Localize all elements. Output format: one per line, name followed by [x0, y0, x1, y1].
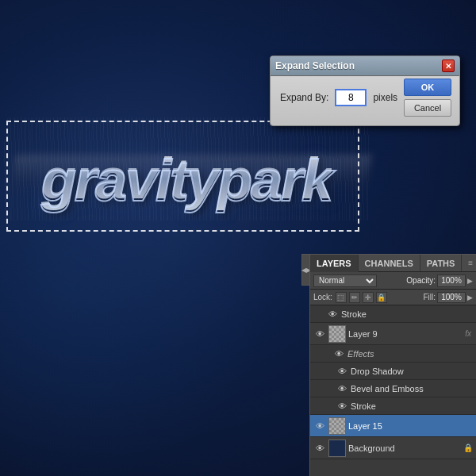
layer-item-stroke-sub[interactable]: 👁 Stroke: [310, 397, 476, 415]
tab-channels[interactable]: CHANNELS: [359, 255, 420, 271]
lock-all-btn[interactable]: 🔒: [376, 292, 387, 303]
layer-item-layer9[interactable]: 👁 Layer 9 fx: [310, 323, 476, 345]
main-canvas: gravitypark gravitypark ◀▶ LAYERS CHANNE…: [0, 0, 476, 476]
lock-pixels-btn[interactable]: ✏: [349, 292, 360, 303]
layer-name-background: Background: [348, 443, 461, 453]
layer-name-stroke-sub: Stroke: [351, 401, 473, 411]
layer-name-drop-shadow: Drop Shadow: [351, 367, 473, 376]
dialog-buttons: OK Cancel: [404, 79, 451, 117]
opacity-input[interactable]: [437, 274, 466, 287]
lock-bar: Lock: ⬚ ✏ ✛ 🔒 Fill: ▶: [310, 290, 476, 305]
blend-mode-select[interactable]: Normal: [313, 274, 377, 287]
layer-item-effects[interactable]: 👁 Effects: [310, 345, 476, 363]
expand-by-label: Expand By:: [280, 92, 328, 103]
layer-item-background[interactable]: 👁 Background 🔒: [310, 437, 476, 459]
blend-opacity-bar: Normal Opacity: ▶: [310, 272, 476, 290]
opacity-arrow[interactable]: ▶: [467, 277, 473, 285]
expand-selection-dialog[interactable]: Expand Selection ✕ Expand By: pixels OK …: [270, 56, 460, 126]
panels-area: LAYERS CHANNELS PATHS ≡ Normal Opacity: …: [309, 254, 476, 476]
dialog-close-button[interactable]: ✕: [442, 60, 455, 72]
logo-outline: gravitypark: [0, 115, 373, 246]
layers-list: 👁 Stroke 👁 Layer 9 fx 👁 Effects 👁 Drop S…: [310, 305, 476, 474]
layer-eye-bevel-emboss[interactable]: 👁: [336, 382, 348, 395]
layer-eye-layer15[interactable]: 👁: [313, 420, 326, 432]
layer-eye-stroke-sub[interactable]: 👁: [336, 400, 348, 413]
layer-name-bevel-emboss: Bevel and Emboss: [351, 384, 473, 393]
layer-thumb-layer9: [328, 325, 346, 343]
layer-fx-layer9: fx: [463, 329, 473, 338]
layer-name-effects: Effects: [347, 349, 473, 359]
lock-transparent-btn[interactable]: ⬚: [336, 292, 347, 303]
pixels-label: pixels: [373, 92, 397, 103]
layer-eye-layer9[interactable]: 👁: [313, 328, 326, 340]
layer-item-bevel-emboss[interactable]: 👁 Bevel and Emboss: [310, 380, 476, 397]
fill-arrow[interactable]: ▶: [467, 294, 473, 301]
layer-thumb-background: [328, 440, 346, 457]
tabs-row: LAYERS CHANNELS PATHS ≡: [310, 255, 476, 272]
layer-item-stroke-partial[interactable]: 👁 Stroke: [310, 305, 476, 323]
lock-label: Lock:: [313, 293, 332, 301]
layer-lock-background: 🔒: [463, 443, 473, 452]
opacity-label: Opacity:: [406, 276, 436, 285]
lock-icons: ⬚ ✏ ✛ 🔒: [336, 292, 387, 303]
expand-by-input[interactable]: [335, 89, 367, 106]
layer-thumb-layer15: [328, 417, 346, 435]
logo-outline-text: gravitypark: [41, 148, 332, 213]
opacity-field: Opacity: ▶: [406, 274, 473, 287]
fill-input[interactable]: [437, 292, 466, 303]
layer-name-layer9: Layer 9: [348, 329, 461, 339]
layer-eye-background[interactable]: 👁: [313, 442, 326, 455]
fill-label: Fill:: [423, 293, 436, 301]
lock-position-btn[interactable]: ✛: [363, 292, 374, 303]
layer-eye-drop-shadow[interactable]: 👁: [336, 365, 348, 378]
panel-options-button[interactable]: ≡: [465, 255, 476, 271]
cancel-button[interactable]: Cancel: [404, 99, 451, 117]
dialog-titlebar: Expand Selection ✕: [271, 56, 459, 76]
layer-eye-effects[interactable]: 👁: [332, 347, 345, 360]
layer-item-layer15[interactable]: 👁 Layer 15: [310, 415, 476, 437]
layer-eye-stroke-partial[interactable]: 👁: [326, 308, 339, 321]
tab-layers[interactable]: LAYERS: [310, 255, 359, 272]
layer-item-drop-shadow[interactable]: 👁 Drop Shadow: [310, 363, 476, 380]
ok-button[interactable]: OK: [404, 79, 451, 96]
tab-paths[interactable]: PATHS: [420, 255, 463, 271]
layer-name-layer15: Layer 15: [348, 421, 473, 431]
dialog-title: Expand Selection: [275, 60, 355, 71]
layer-name-stroke-partial: Stroke: [341, 309, 473, 319]
fill-field: Fill: ▶: [423, 292, 473, 303]
